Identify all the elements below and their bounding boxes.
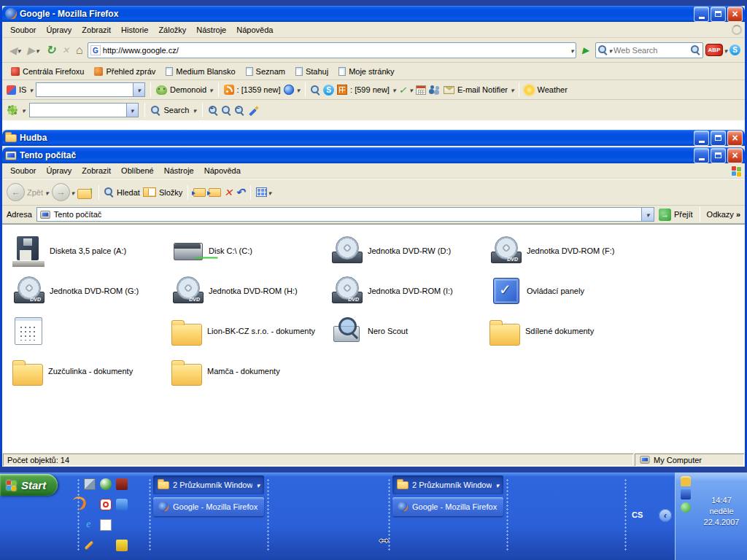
- mail-dropdown-icon[interactable]: [392, 85, 396, 94]
- icq-dropdown-icon[interactable]: [22, 106, 26, 114]
- up-button[interactable]: [77, 186, 93, 199]
- item-disk-c[interactable]: Disk C:\ (C:): [171, 233, 330, 268]
- quicklaunch-icon-5[interactable]: [84, 540, 96, 551]
- bookmark-stahuj[interactable]: Stahuj: [291, 66, 333, 77]
- email-dropdown-icon[interactable]: [511, 85, 514, 94]
- views-button[interactable]: [256, 187, 272, 197]
- back-button[interactable]: [7, 43, 23, 58]
- move-to-button[interactable]: [193, 188, 206, 197]
- adblock-plus-button[interactable]: ABP: [705, 44, 727, 56]
- taskbar-button-explorer-group[interactable]: 2 Průzkumník Windows: [392, 475, 503, 494]
- search-engine-dropdown-icon[interactable]: [609, 46, 613, 55]
- go-button[interactable]: [578, 43, 593, 58]
- is-dropdown-icon[interactable]: [29, 85, 33, 94]
- hide-icons-chevron[interactable]: [659, 509, 672, 522]
- toolbar-grip[interactable]: [77, 478, 80, 551]
- quicklaunch-icon-2[interactable]: [116, 478, 128, 490]
- maximize-button[interactable]: [711, 148, 726, 163]
- reload-button[interactable]: [44, 42, 58, 58]
- folders-button[interactable]: Složky: [143, 187, 182, 197]
- item-sdilene-dokumenty[interactable]: Sdílené dokumenty: [489, 314, 649, 349]
- maximize-button[interactable]: [711, 7, 726, 22]
- email-notifier-icon[interactable]: [444, 86, 454, 94]
- menu-upravy[interactable]: Úpravy: [41, 24, 77, 36]
- demonoid-label[interactable]: Demonoid: [170, 85, 206, 94]
- opera-quicklaunch-icon[interactable]: [100, 499, 112, 510]
- checkmark-icon[interactable]: [398, 85, 406, 96]
- tray-icon-3[interactable]: [681, 502, 691, 513]
- icq-search-combobox[interactable]: [29, 103, 139, 117]
- bookmark-centrala-firefoxu[interactable]: Centrála Firefoxu: [7, 66, 88, 77]
- quicklaunch-icon-1[interactable]: [100, 478, 112, 490]
- item-dvd-rom-g[interactable]: DVD Jednotka DVD-ROM (G:): [12, 273, 171, 308]
- minimize-button[interactable]: [694, 148, 709, 163]
- rss-icon[interactable]: [224, 85, 234, 95]
- internet-explorer-icon[interactable]: [84, 519, 96, 531]
- address-dropdown-button[interactable]: [641, 208, 654, 221]
- item-floppy-a[interactable]: Disketa 3,5 palce (A:): [12, 233, 171, 268]
- bookmark-medium-blansko[interactable]: Medium Blansko: [161, 66, 239, 77]
- close-button[interactable]: [727, 148, 743, 163]
- tray-icon-1[interactable]: [681, 476, 691, 486]
- links-bar[interactable]: Odkazy »: [707, 210, 740, 219]
- explorer-menu-nastroje[interactable]: Nástroje: [159, 165, 199, 176]
- explorer-menu-zobrazit[interactable]: Zobrazit: [77, 165, 116, 176]
- group-dropdown-icon[interactable]: [495, 481, 499, 489]
- demonoid-icon[interactable]: [156, 85, 167, 95]
- show-desktop-icon[interactable]: [84, 478, 96, 490]
- url-history-dropdown-icon[interactable]: [570, 46, 574, 55]
- search-button[interactable]: Hledat: [104, 187, 140, 197]
- home-button[interactable]: [74, 42, 85, 58]
- calendar-icon[interactable]: [416, 85, 426, 95]
- delete-button[interactable]: [224, 187, 233, 198]
- quicklaunch-icon-6[interactable]: [116, 540, 128, 551]
- weather-icon[interactable]: [525, 85, 534, 95]
- demonoid-dropdown-icon[interactable]: [209, 85, 213, 94]
- quicklaunch-icon-4[interactable]: [100, 519, 112, 531]
- address-combobox[interactable]: Tento počítač: [36, 207, 654, 222]
- email-notifier-label[interactable]: E-mail Notifier: [457, 85, 508, 94]
- item-dvd-rom-h[interactable]: DVD Jednotka DVD-ROM (H:): [171, 273, 330, 308]
- zoom-reset-icon[interactable]: [222, 106, 231, 115]
- icq-search-label[interactable]: Search: [164, 106, 190, 114]
- forward-button[interactable]: [52, 183, 75, 201]
- explorer-menu-upravy[interactable]: Úpravy: [41, 165, 77, 176]
- menu-soubor[interactable]: Soubor: [5, 24, 41, 36]
- toolbar-grip[interactable]: [624, 478, 627, 551]
- menu-zalozky[interactable]: Záložky: [153, 24, 191, 36]
- bookmark-seznam[interactable]: Seznam: [241, 66, 290, 77]
- bookmark-moje-stranky[interactable]: Moje stránky: [334, 66, 398, 77]
- copy-to-button[interactable]: [209, 188, 221, 197]
- close-button[interactable]: [727, 131, 743, 146]
- combo-dropdown-button[interactable]: [133, 83, 144, 96]
- back-button[interactable]: Zpět: [7, 183, 49, 201]
- lookup-icon[interactable]: [311, 85, 320, 95]
- contacts-icon[interactable]: [429, 85, 441, 95]
- mail-grid-icon[interactable]: [337, 85, 347, 95]
- combo-dropdown-button[interactable]: [126, 104, 138, 117]
- check-dropdown-icon[interactable]: [409, 85, 413, 94]
- minimize-button[interactable]: [694, 7, 709, 22]
- go-button[interactable]: Přejít: [659, 209, 693, 221]
- stop-button[interactable]: [60, 44, 71, 57]
- maximize-button[interactable]: [711, 131, 726, 146]
- explorer-titlebar[interactable]: Tento počítač: [2, 147, 745, 163]
- toolbar-grip[interactable]: [506, 478, 508, 551]
- explorer-menu-napoveda[interactable]: Nápověda: [199, 165, 246, 176]
- taskbar-button-firefox[interactable]: Google - Mozilla Firefox: [392, 497, 503, 516]
- minimize-button[interactable]: [694, 131, 709, 146]
- highlighter-icon[interactable]: [248, 105, 259, 115]
- start-button[interactable]: Start: [0, 474, 58, 496]
- quicklaunch-icon-3[interactable]: [116, 499, 128, 510]
- skype-toolbar-icon[interactable]: [323, 85, 334, 96]
- skype-extension-icon[interactable]: [729, 44, 740, 55]
- explorer-menu-soubor[interactable]: Soubor: [5, 165, 41, 176]
- taskbar-button-explorer-group[interactable]: 2 Průzkumník Windows: [153, 475, 264, 494]
- rss-dropdown-icon[interactable]: [297, 85, 301, 94]
- is-search-combobox[interactable]: [36, 82, 145, 97]
- item-zuzculinka-folder[interactable]: Zuzčulinka - dokumenty: [12, 354, 171, 389]
- toolbar-grip[interactable]: [267, 478, 269, 551]
- icq-search-icon[interactable]: [151, 106, 160, 115]
- search-input[interactable]: [614, 46, 689, 55]
- item-dvd-rom-i[interactable]: DVD Jednotka DVD-ROM (I:): [330, 273, 489, 308]
